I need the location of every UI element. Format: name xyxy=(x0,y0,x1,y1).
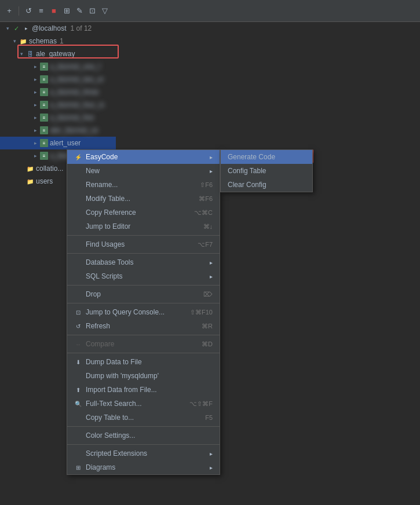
alert-user-item[interactable]: ≡ alert_user xyxy=(0,137,116,149)
dump-icon: ⬇ xyxy=(74,358,82,366)
find-icon xyxy=(74,240,82,248)
table-row[interactable]: ≡ a_blurred_three xyxy=(0,86,116,98)
context-menu: ⚡ EasyCode ▸ New ▸ Rename... ⇧F6 Modify … xyxy=(67,149,220,475)
sql-scripts-menu-item[interactable]: SQL Scripts ▸ xyxy=(67,269,220,283)
drop-icon xyxy=(74,290,82,298)
copy-ref-shortcut: ⌥⌘C xyxy=(194,209,213,217)
dump-mysql-menu-item[interactable]: Dump with 'mysqldump' xyxy=(67,369,220,383)
config-table-label: Config Table xyxy=(228,167,266,175)
table-label: a_blurred_four_io xyxy=(50,101,104,109)
rename-menu-item[interactable]: Rename... ⇧F6 xyxy=(67,178,220,192)
alert-user-label: alert_user xyxy=(50,139,81,147)
funnel-icon[interactable]: ▽ xyxy=(100,6,109,16)
drop-menu-item[interactable]: Drop ⌦ xyxy=(67,287,220,301)
easycode-menu-item[interactable]: ⚡ EasyCode ▸ xyxy=(67,150,220,164)
config-table-item[interactable]: Config Table xyxy=(221,164,312,178)
diagrams-icon: ⊞ xyxy=(74,463,82,471)
new-label: New xyxy=(86,167,100,175)
console-icon[interactable]: ⊡ xyxy=(87,6,97,16)
table-icon: ≡ xyxy=(40,139,48,147)
gateway-label: ale_gateway xyxy=(36,50,75,58)
compare-menu-item[interactable]: ↔ Compare ⌘D xyxy=(67,337,220,351)
users-label: users xyxy=(36,177,53,185)
color-icon xyxy=(74,431,82,440)
compare-shortcut: ⌘D xyxy=(202,341,213,348)
collations-label: collatio... xyxy=(36,164,63,173)
table-row[interactable]: ≡ a_blurred_one_f xyxy=(0,60,116,73)
jump-editor-label: Jump to Editor xyxy=(86,222,130,230)
refresh-icon2: ↺ xyxy=(74,322,82,330)
modify-shortcut: ⌘F6 xyxy=(199,195,213,203)
separator-4 xyxy=(67,303,220,303)
table-row[interactable]: ≡ a_blurred_two_er xyxy=(0,73,116,86)
row-arrow xyxy=(32,153,38,159)
copy-table-icon xyxy=(74,413,82,422)
host-count: 1 of 12 xyxy=(71,24,92,32)
color-settings-menu-item[interactable]: Color Settings... xyxy=(67,429,220,442)
row-arrow xyxy=(32,89,38,95)
gateway-item[interactable]: 🗄 ale_gateway xyxy=(0,47,116,60)
schemas-count: 1 xyxy=(60,37,64,45)
fulltext-shortcut: ⌥⇧⌘F xyxy=(189,400,213,408)
table-icon: ≡ xyxy=(40,101,48,109)
schemas-item[interactable]: 📁 schemas 1 xyxy=(0,35,116,47)
clear-config-label: Clear Config xyxy=(228,181,266,189)
modify-menu-item[interactable]: Modify Table... ⌘F6 xyxy=(67,192,220,206)
easycode-label: EasyCode xyxy=(86,153,118,161)
new-icon xyxy=(74,167,82,175)
host-item[interactable]: ✓ ▸ @localhost 1 of 12 xyxy=(0,22,116,35)
copy-table-shortcut: F5 xyxy=(205,414,213,421)
edit-icon[interactable]: ✎ xyxy=(75,6,84,16)
jump-icon xyxy=(74,222,82,230)
find-usages-shortcut: ⌥F7 xyxy=(198,241,213,248)
query-icon: ⊡ xyxy=(74,308,82,316)
stop-icon[interactable]: ■ xyxy=(49,6,59,16)
scripted-ext-menu-item[interactable]: Scripted Extensions ▸ xyxy=(67,447,220,460)
refresh-icon[interactable]: ↺ xyxy=(24,6,33,16)
clear-config-item[interactable]: Clear Config xyxy=(221,178,312,192)
grid-icon[interactable]: ⊞ xyxy=(62,6,71,16)
jump-query-menu-item[interactable]: ⊡ Jump to Query Console... ⇧⌘F10 xyxy=(67,305,220,319)
db-tools-icon xyxy=(74,258,82,266)
scripted-icon xyxy=(74,449,82,458)
table-icon: ≡ xyxy=(40,75,48,83)
find-usages-label: Find Usages xyxy=(86,240,125,248)
dump-data-label: Dump Data to File xyxy=(86,358,142,366)
plus-icon[interactable]: + xyxy=(5,6,14,16)
filter-icon[interactable]: ≡ xyxy=(36,6,46,16)
table-row[interactable]: ≡ a_blurred_five xyxy=(0,111,116,124)
modify-label: Modify Table... xyxy=(86,195,130,203)
rename-label: Rename... xyxy=(86,181,118,189)
table-icon: ≡ xyxy=(40,126,48,134)
rename-shortcut: ⇧F6 xyxy=(200,181,213,189)
fulltext-menu-item[interactable]: 🔍 Full-Text Search... ⌥⇧⌘F xyxy=(67,397,220,411)
refresh-menu-item[interactable]: ↺ Refresh ⌘R xyxy=(67,319,220,333)
diagrams-label: Diagrams xyxy=(86,463,115,471)
jump-query-shortcut: ⇧⌘F10 xyxy=(190,309,213,316)
host-label: @localhost xyxy=(32,24,67,32)
dump-data-menu-item[interactable]: ⬇ Dump Data to File xyxy=(67,355,220,369)
find-usages-menu-item[interactable]: Find Usages ⌥F7 xyxy=(67,237,220,251)
copy-ref-menu-item[interactable]: Copy Reference ⌥⌘C xyxy=(67,206,220,219)
copy-table-menu-item[interactable]: Copy Table to... F5 xyxy=(67,411,220,425)
table-row[interactable]: ≡ a_blurred_four_io xyxy=(0,98,116,111)
refresh-label: Refresh xyxy=(86,322,110,330)
diagrams-menu-item[interactable]: ⊞ Diagrams ▸ xyxy=(67,460,220,474)
generate-code-item[interactable]: Generate Code xyxy=(221,150,312,164)
separator-8 xyxy=(67,444,220,445)
new-menu-item[interactable]: New ▸ xyxy=(67,164,220,178)
table-icon: ≡ xyxy=(40,63,48,71)
table-row[interactable]: ≡ aler_blurred_ce xyxy=(0,124,116,137)
jump-editor-menu-item[interactable]: Jump to Editor ⌘↓ xyxy=(67,219,220,233)
import-menu-item[interactable]: ⬆ Import Data from File... xyxy=(67,383,220,397)
gateway-arrow xyxy=(19,51,24,57)
db-tools-menu-item[interactable]: Database Tools ▸ xyxy=(67,255,220,269)
search-icon: 🔍 xyxy=(74,400,82,408)
folder-icon: 📁 xyxy=(19,37,27,45)
compare-icon: ↔ xyxy=(74,340,82,348)
new-submenu-arrow: ▸ xyxy=(210,168,213,174)
jump-editor-shortcut: ⌘↓ xyxy=(203,223,213,230)
table-icon: ≡ xyxy=(40,88,48,96)
sql-scripts-label: SQL Scripts xyxy=(86,272,123,280)
separator-7 xyxy=(67,426,220,427)
